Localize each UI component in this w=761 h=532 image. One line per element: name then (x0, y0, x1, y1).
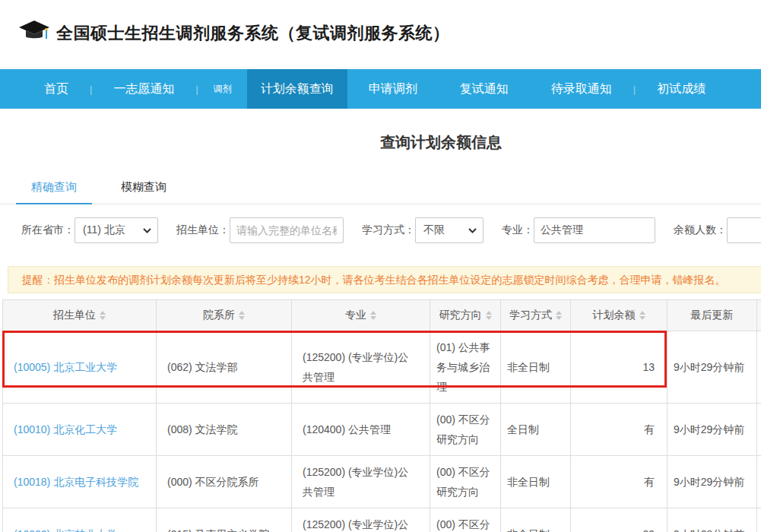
cell-mode: 全日制 (501, 404, 571, 456)
column-header[interactable]: 招生单位 (3, 300, 157, 331)
column-header-empty (757, 300, 761, 331)
column-header-label: 院系所 (203, 309, 235, 322)
column-header[interactable]: 专业 (292, 300, 430, 331)
table-row: (10005) 北京工业大学(062) 文法学部(125200) (专业学位)公… (3, 331, 761, 404)
major-input[interactable] (534, 217, 655, 243)
cell-quota: 有 (571, 404, 667, 456)
column-header-label: 学习方式 (509, 309, 552, 322)
table-header-row: 招生单位院系所专业研究方向学习方式计划余额最后更新 (3, 300, 761, 331)
cell-mode: 非全日制 (501, 456, 571, 508)
app-title: 全国硕士生招生调剂服务系统（复试调剂服务系统） (56, 22, 450, 45)
study-mode-select-value: 不限 (423, 223, 445, 237)
cell-direction: (00) 不区分研究方向 (430, 508, 501, 532)
cell-major: (125200) (专业学位)公共管理 (292, 456, 430, 508)
cell-updated: 9小时29分钟前 (667, 404, 757, 456)
sort-icon[interactable] (100, 311, 106, 320)
notice-banner: 提醒：招生单位发布的调剂计划余额每次更新后将至少持续12小时，请各位考生结合各招… (8, 266, 761, 293)
query-tabs: 精确查询 模糊查询 (0, 172, 761, 204)
table-row: (10018) 北京电子科技学院(000) 不区分院系所(125200) (专业… (3, 456, 761, 508)
page: 彭*超 全国硕士生招生调剂服务系统（复试调剂服务系统） 首页|一志愿通知|调剂计… (0, 0, 761, 532)
cell-updated: 9小时29分钟前 (667, 456, 757, 508)
cell-quota: 13 (571, 331, 667, 404)
column-header[interactable]: 学习方式 (501, 300, 571, 331)
cell-updated: 9小时29分钟前 (667, 331, 757, 404)
quota-count-label: 余额人数： (674, 223, 727, 237)
unit-input[interactable] (230, 217, 344, 243)
unit-label: 招生单位： (176, 223, 230, 237)
major-label: 专业： (502, 223, 534, 237)
province-select-value: (11) 北京 (83, 223, 125, 237)
column-header-label: 计划余额 (593, 309, 636, 322)
cell-updated: 9小时28分钟前 (667, 508, 757, 532)
chevron-down-icon (468, 228, 477, 233)
nav-bar: 首页|一志愿通知|调剂计划余额查询申请调剂复试通知待录取通知|初试成绩 (0, 69, 761, 109)
nav-item-7[interactable]: 复试通知 (439, 69, 530, 109)
brand: 全国硕士生招生调剂服务系统（复试调剂服务系统） (0, 0, 761, 47)
unit-link[interactable]: (10005) 北京工业大学 (14, 361, 117, 373)
column-header-label: 最后更新 (691, 309, 734, 322)
nav-item-10[interactable]: 初试成绩 (636, 69, 727, 109)
unit-link[interactable]: (10022) 北京林业大学 (14, 528, 117, 532)
nav-item-6[interactable]: 申请调剂 (347, 69, 439, 109)
cell-major: (125200) (专业学位)公共管理 (292, 331, 430, 404)
cell-unit: (10010) 北京化工大学 (3, 404, 157, 456)
table-row: (10022) 北京林业大学(015) 马克思主义学院(125200) (专业学… (3, 508, 761, 532)
cell-empty (757, 404, 761, 456)
cell-dept: (000) 不区分院系所 (157, 456, 292, 508)
cell-unit: (10018) 北京电子科技学院 (3, 456, 157, 508)
cell-mode: 非全日制 (501, 508, 571, 532)
unit-link[interactable]: (10010) 北京化工大学 (14, 423, 117, 435)
cell-empty (757, 331, 761, 404)
sort-icon[interactable] (556, 311, 562, 320)
sort-icon[interactable] (486, 311, 492, 320)
cell-quota: 有 (571, 456, 667, 508)
column-header[interactable]: 院系所 (157, 300, 292, 331)
cell-dept: (062) 文法学部 (157, 331, 292, 404)
study-mode-select[interactable]: 不限 (415, 217, 484, 243)
table-body: (10005) 北京工业大学(062) 文法学部(125200) (专业学位)公… (3, 331, 761, 532)
results-table-wrap: 招生单位院系所专业研究方向学习方式计划余额最后更新 (10005) 北京工业大学… (2, 299, 761, 532)
cell-mode: 非全日制 (501, 331, 571, 404)
nav-item-8[interactable]: 待录取通知 (530, 69, 633, 109)
column-header-label: 研究方向 (439, 309, 482, 322)
cell-quota: 29 (571, 508, 667, 532)
column-header[interactable]: 研究方向 (430, 300, 501, 331)
column-header: 最后更新 (667, 300, 757, 331)
cell-empty (757, 456, 761, 508)
chevron-down-icon (143, 228, 151, 233)
nav-menu: 首页|一志愿通知|调剂计划余额查询申请调剂复试通知待录取通知|初试成绩 (0, 69, 761, 109)
nav-item-4[interactable]: 调剂 (198, 69, 247, 109)
table-row: (10010) 北京化工大学(008) 文法学院(120400) 公共管理(00… (3, 404, 761, 456)
cell-major: (125200) (专业学位)公共管理 (292, 508, 430, 532)
tab-exact-query[interactable]: 精确查询 (16, 172, 92, 204)
study-mode-label: 学习方式： (362, 223, 415, 237)
column-header[interactable]: 计划余额 (571, 300, 667, 331)
cell-major: (120400) 公共管理 (292, 404, 430, 456)
province-select[interactable]: (11) 北京 (75, 217, 158, 243)
cell-direction: (00) 不区分研究方向 (430, 456, 501, 508)
cell-direction: (01) 公共事务与城乡治理 (430, 331, 501, 404)
cell-unit: (10022) 北京林业大学 (3, 508, 157, 532)
nav-item-5[interactable]: 计划余额查询 (247, 69, 347, 109)
unit-link[interactable]: (10018) 北京电子科技学院 (14, 476, 138, 488)
cell-empty (757, 508, 761, 532)
sort-icon[interactable] (239, 311, 245, 320)
sort-icon[interactable] (639, 311, 645, 320)
nav-item-0[interactable]: 首页 (23, 69, 90, 109)
column-header-label: 专业 (345, 309, 366, 322)
graduation-cap-icon (18, 20, 50, 47)
cell-unit: (10005) 北京工业大学 (3, 331, 157, 404)
cell-dept: (008) 文法学院 (157, 404, 292, 456)
top-header: 彭*超 全国硕士生招生调剂服务系统（复试调剂服务系统） (0, 0, 761, 69)
cell-direction: (00) 不区分研究方向 (430, 404, 501, 456)
results-table: 招生单位院系所专业研究方向学习方式计划余额最后更新 (10005) 北京工业大学… (2, 299, 761, 532)
page-title: 查询计划余额信息 (0, 132, 761, 153)
quota-count-input[interactable] (727, 217, 761, 243)
cell-dept: (015) 马克思主义学院 (157, 508, 292, 532)
province-label: 所在省市： (21, 223, 75, 237)
tab-fuzzy-query[interactable]: 模糊查询 (106, 172, 182, 204)
sort-icon[interactable] (370, 311, 376, 320)
column-header-label: 招生单位 (53, 309, 96, 322)
filter-bar: 所在省市： (11) 北京 招生单位： 学习方式： 不限 (0, 217, 761, 243)
nav-item-2[interactable]: 一志愿通知 (92, 69, 195, 109)
